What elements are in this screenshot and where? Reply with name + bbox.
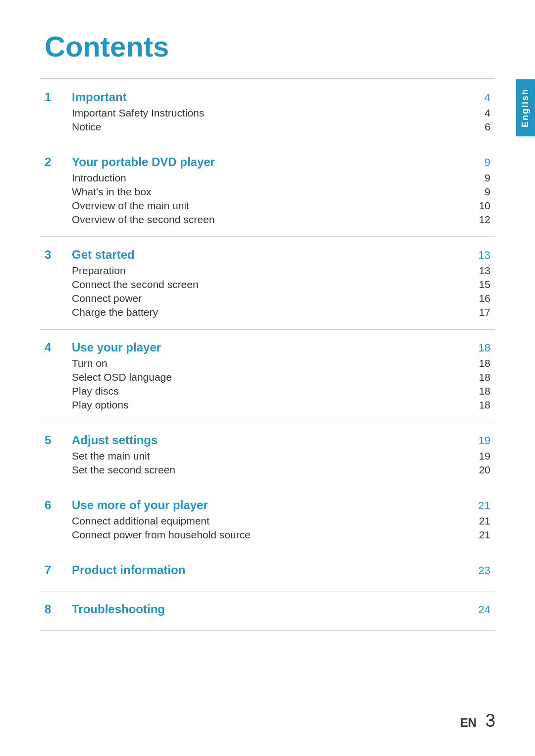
section-header-2: Your portable DVD player9 [72,155,490,169]
sub-item-page-3-1: 15 [471,279,490,291]
sub-item-row-3-0: Preparation13 [72,265,490,277]
sub-item-label-1-1: Notice [72,121,102,133]
section-title-8: Troubleshooting [72,602,165,616]
section-8: 8Troubleshooting24 [40,591,495,631]
sub-item-page-1-0: 4 [471,107,490,119]
section-page-2: 9 [471,156,490,169]
section-5: 5Adjust settings19Set the main unit19Set… [40,422,495,487]
section-header-8: Troubleshooting24 [72,602,490,616]
section-row-7: 7Product information23 [45,563,490,580]
sub-item-page-2-1: 9 [471,186,490,198]
sub-item-row-2-2: Overview of the main unit10 [72,200,490,212]
sub-item-label-2-3: Overview of the second screen [72,214,214,226]
sub-item-row-3-3: Charge the battery17 [72,306,490,318]
sub-item-label-4-3: Play options [72,399,128,411]
sub-item-row-4-3: Play options18 [72,399,490,411]
section-number-1: 1 [45,90,72,104]
sub-item-page-3-2: 16 [471,292,490,304]
footer-page-number: 3 [485,710,495,731]
section-page-4: 18 [471,342,490,354]
sub-item-label-3-2: Connect power [72,292,142,304]
section-content-8: Troubleshooting24 [72,602,490,619]
sub-item-label-5-1: Set the second screen [72,464,175,476]
sub-item-row-2-0: Introduction9 [72,172,490,184]
sub-item-label-2-0: Introduction [72,172,126,184]
sub-item-row-4-0: Turn on18 [72,357,490,369]
section-content-2: Your portable DVD player9Introduction9Wh… [72,155,490,226]
sub-item-page-2-0: 9 [471,172,490,184]
sub-item-row-3-2: Connect power16 [72,292,490,304]
sub-item-row-5-0: Set the main unit19 [72,450,490,462]
sub-item-label-5-0: Set the main unit [72,450,150,462]
sub-item-page-4-2: 18 [471,385,490,397]
sub-item-page-6-0: 21 [471,515,490,527]
section-6: 6Use more of your player21Connect additi… [40,487,495,552]
page-title: Contents [40,30,495,63]
section-row-1: 1Important4Important Safety Instructions… [45,90,490,133]
section-title-4: Use your player [72,341,161,354]
sub-item-page-4-3: 18 [471,399,490,411]
section-page-8: 24 [471,603,490,616]
sub-item-row-6-0: Connect additional equipment21 [72,515,490,527]
sub-item-label-2-1: What's in the box [72,186,151,198]
sub-item-row-5-1: Set the second screen20 [72,464,490,476]
sub-item-page-1-1: 6 [471,121,490,133]
sub-item-label-3-3: Charge the battery [72,306,158,318]
section-content-6: Use more of your player21Connect additio… [72,498,490,541]
section-content-5: Adjust settings19Set the main unit19Set … [72,433,490,476]
section-2: 2Your portable DVD player9Introduction9W… [40,144,495,236]
sub-item-label-4-1: Select OSD language [72,371,172,383]
sub-item-row-1-0: Important Safety Instructions4 [72,107,490,119]
sub-item-row-4-2: Play discs18 [72,385,490,397]
sub-item-page-3-3: 17 [471,306,490,318]
section-title-6: Use more of your player [72,498,208,512]
section-number-8: 8 [45,602,72,616]
sub-item-row-2-3: Overview of the second screen12 [72,214,490,226]
sub-item-label-1-0: Important Safety Instructions [72,107,204,119]
section-title-3: Get started [72,248,135,262]
sub-item-label-3-1: Connect the second screen [72,279,199,291]
sub-item-row-6-1: Connect power from household source21 [72,529,490,541]
sub-item-label-3-0: Preparation [72,265,126,277]
sub-item-label-6-1: Connect power from household source [72,529,251,541]
section-header-3: Get started13 [72,248,490,262]
section-row-8: 8Troubleshooting24 [45,602,490,619]
section-header-6: Use more of your player21 [72,498,490,512]
section-4: 4Use your player18Turn on18Select OSD la… [40,329,495,422]
section-row-4: 4Use your player18Turn on18Select OSD la… [45,341,490,411]
section-content-3: Get started13Preparation13Connect the se… [72,248,490,318]
section-number-2: 2 [45,155,72,169]
section-3: 3Get started13Preparation13Connect the s… [40,236,495,329]
sub-item-page-5-1: 20 [471,464,490,476]
page-container: English Contents 1Important4Important Sa… [0,0,535,756]
section-row-3: 3Get started13Preparation13Connect the s… [45,248,490,318]
sub-item-row-1-1: Notice6 [72,121,490,133]
section-title-2: Your portable DVD player [72,155,215,169]
sub-item-label-4-2: Play discs [72,385,119,397]
sub-item-page-4-1: 18 [471,371,490,383]
section-content-7: Product information23 [72,563,490,580]
section-header-5: Adjust settings19 [72,433,490,447]
sub-item-label-4-0: Turn on [72,357,107,369]
section-title-7: Product information [72,563,185,577]
section-page-6: 21 [471,499,490,512]
section-header-7: Product information23 [72,563,490,577]
section-page-1: 4 [471,91,490,104]
sub-item-label-6-0: Connect additional equipment [72,515,210,527]
section-page-3: 13 [471,249,490,262]
sub-item-page-2-2: 10 [471,200,490,212]
footer-lang: EN [460,716,477,730]
sub-item-row-3-1: Connect the second screen15 [72,279,490,291]
section-page-5: 19 [471,434,490,447]
section-title-1: Important [72,90,127,104]
sub-item-page-3-0: 13 [471,265,490,277]
section-page-7: 23 [471,564,490,577]
sub-item-row-4-1: Select OSD language18 [72,371,490,383]
section-number-7: 7 [45,563,72,577]
section-number-3: 3 [45,248,72,262]
section-7: 7Product information23 [40,552,495,591]
section-content-4: Use your player18Turn on18Select OSD lan… [72,341,490,411]
section-header-1: Important4 [72,90,490,104]
section-content-1: Important4Important Safety Instructions4… [72,90,490,133]
sub-item-page-2-3: 12 [471,214,490,226]
